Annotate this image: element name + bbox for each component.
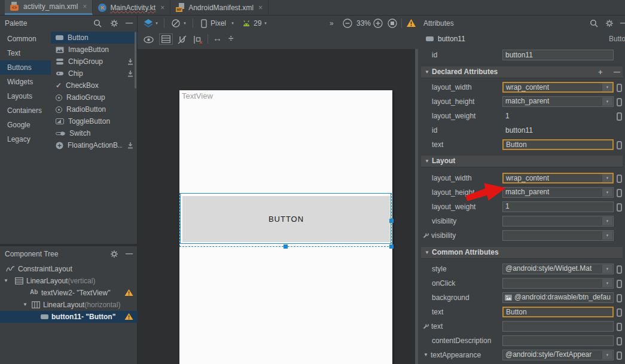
palette-item-chipgroup[interactable]: ChipGroup — [51, 56, 138, 68]
clear-constraints-icon[interactable]: × — [193, 35, 203, 45]
background-input[interactable]: @android:drawable/btn_defau — [502, 292, 614, 303]
tree-item-textview2[interactable]: Ab textView2- "TextView" — [0, 287, 138, 299]
device-screen[interactable]: TextView BUTTON — [179, 90, 392, 364]
chevron-down-icon[interactable]: ▼ — [231, 22, 234, 25]
tab-androidmanifest-xml[interactable]: MF AndroidManifest.xml × — [170, 0, 269, 15]
contentdescription-input[interactable] — [502, 335, 614, 346]
zoom-out-icon[interactable] — [343, 19, 352, 28]
search-icon[interactable] — [93, 19, 102, 27]
tree-item-button11[interactable]: button11- "Button" — [0, 311, 138, 323]
panel-splitter[interactable] — [415, 49, 418, 364]
orientation-icon[interactable] — [171, 19, 181, 28]
visibility-dropdown[interactable]: ▼ — [502, 216, 614, 227]
toolbar-overflow-icon[interactable]: » — [330, 16, 334, 31]
palette-category-containers[interactable]: Containers — [0, 103, 51, 118]
horizontal-orientation-icon[interactable]: ↔ — [213, 33, 222, 43]
resource-flag-icon[interactable] — [617, 203, 622, 212]
resource-flag-icon[interactable] — [617, 141, 622, 149]
zoom-to-fit-icon[interactable] — [388, 19, 397, 28]
resource-flag-icon[interactable] — [617, 337, 622, 345]
palette-item-radiogroup[interactable]: RadioGroup — [51, 91, 138, 103]
text-input[interactable]: Button — [502, 307, 614, 317]
id-value[interactable]: button11 — [505, 123, 533, 137]
tree-item-linearlayout-vertical[interactable]: ▼ LinearLayout(vertical) — [0, 275, 138, 287]
remove-attribute-icon[interactable]: — — [614, 66, 620, 78]
design-surface-icon[interactable] — [144, 19, 153, 27]
text-input[interactable]: Button — [502, 139, 614, 150]
resource-flag-icon[interactable] — [617, 98, 622, 106]
palette-category-buttons[interactable]: Buttons — [0, 60, 51, 75]
palette-category-widgets[interactable]: Widgets — [0, 75, 51, 89]
chevron-down-icon[interactable]: ▼ — [155, 22, 158, 25]
add-attribute-icon[interactable]: + — [598, 66, 603, 78]
minimize-icon[interactable]: — — [126, 249, 133, 258]
onclick-dropdown[interactable]: ▼ — [502, 278, 614, 289]
layout-weight-value[interactable]: 1 — [505, 109, 510, 123]
palette-item-floatingactionbutton[interactable]: FloatingActionB... — [51, 139, 138, 151]
layout-height-dropdown[interactable]: match_parent▼ — [502, 187, 614, 198]
resource-flag-icon[interactable] — [617, 308, 622, 317]
palette-category-google[interactable]: Google — [0, 118, 51, 132]
palette-category-legacy[interactable]: Legacy — [0, 132, 51, 146]
textview-widget[interactable]: TextView — [182, 91, 213, 100]
id-input[interactable]: button11 — [502, 50, 614, 60]
resource-flag-icon[interactable] — [617, 265, 622, 274]
palette-scrollbar[interactable] — [135, 32, 136, 88]
layout-width-dropdown[interactable]: wrap_content▼ — [502, 82, 614, 93]
minimize-icon[interactable]: — — [126, 19, 133, 27]
chevron-down-icon[interactable]: ▼ — [4, 275, 8, 287]
chevron-down-icon[interactable]: ▼ — [23, 299, 28, 311]
palette-item-button[interactable]: Button — [51, 32, 138, 44]
chevron-down-icon[interactable]: ▼ — [183, 22, 187, 25]
button-widget[interactable]: BUTTON — [182, 196, 390, 242]
palette-category-common[interactable]: Common — [0, 32, 51, 46]
tree-item-constraintlayout[interactable]: ConstraintLayout — [0, 263, 138, 275]
resize-handle-right[interactable] — [389, 219, 394, 223]
palette-item-switch[interactable]: Switch — [51, 127, 138, 139]
section-layout[interactable]: ▼ Layout — [421, 155, 623, 167]
close-icon[interactable]: × — [258, 4, 263, 12]
zoom-in-icon[interactable] — [373, 19, 383, 28]
device-selector[interactable]: Pixel — [211, 16, 226, 31]
warnings-icon[interactable] — [406, 19, 416, 27]
close-icon[interactable]: × — [160, 4, 164, 12]
tools-text-input[interactable] — [502, 321, 614, 332]
palette-item-chip[interactable]: Chip — [51, 68, 138, 79]
chevron-down-icon[interactable]: ▼ — [423, 348, 428, 362]
close-icon[interactable]: × — [83, 2, 87, 11]
textappearance-dropdown[interactable]: @android:style/TextAppear▼ — [502, 350, 614, 360]
section-common-attributes[interactable]: ▼ Common Attributes — [421, 246, 623, 259]
layout-height-dropdown[interactable]: match_parent▼ — [502, 96, 614, 107]
api-level-selector[interactable]: 29 — [254, 16, 261, 31]
palette-item-togglebutton[interactable]: ToggleButton — [51, 115, 138, 127]
autoconnect-off-magnet-icon[interactable] — [177, 35, 187, 45]
resource-flag-icon[interactable] — [617, 323, 622, 331]
gear-icon[interactable] — [110, 19, 118, 27]
tab-mainactivity-kt[interactable]: K MainActivity.kt × — [93, 0, 170, 15]
resource-flag-icon[interactable] — [617, 175, 622, 183]
resource-flag-icon[interactable] — [617, 112, 622, 121]
resource-flag-icon[interactable] — [617, 351, 622, 360]
layout-weight-input[interactable]: 1 — [502, 201, 614, 212]
resource-flag-icon[interactable] — [617, 294, 622, 302]
palette-item-checkbox[interactable]: ✓ CheckBox — [51, 79, 138, 91]
palette-item-radiobutton[interactable]: RadioButton — [51, 103, 138, 115]
palette-category-layouts[interactable]: Layouts — [0, 89, 51, 103]
gear-icon[interactable] — [110, 250, 118, 258]
tab-activity-main-xml[interactable]: <> activity_main.xml × — [5, 0, 93, 15]
style-dropdown[interactable]: @android:style/Widget.Mat▼ — [502, 264, 614, 274]
search-icon[interactable] — [590, 19, 598, 27]
gear-icon[interactable] — [605, 19, 614, 27]
linear-layout-mode-icon[interactable] — [159, 33, 173, 45]
palette-item-imagebutton[interactable]: ImageButton — [51, 44, 138, 56]
resize-handle-corner[interactable] — [389, 244, 394, 249]
chevron-down-icon[interactable]: ▼ — [264, 22, 267, 25]
warning-icon[interactable] — [124, 313, 133, 320]
section-declared-attributes[interactable]: ▼ Declared Attributes + — — [421, 66, 623, 78]
resize-handle-bottom[interactable] — [283, 244, 288, 249]
resource-flag-icon[interactable] — [617, 280, 622, 288]
minimize-icon[interactable]: — — [620, 19, 625, 27]
warning-icon[interactable] — [124, 289, 133, 296]
view-options-eye-icon[interactable] — [144, 36, 154, 44]
tools-visibility-dropdown[interactable]: ▼ — [502, 230, 614, 241]
